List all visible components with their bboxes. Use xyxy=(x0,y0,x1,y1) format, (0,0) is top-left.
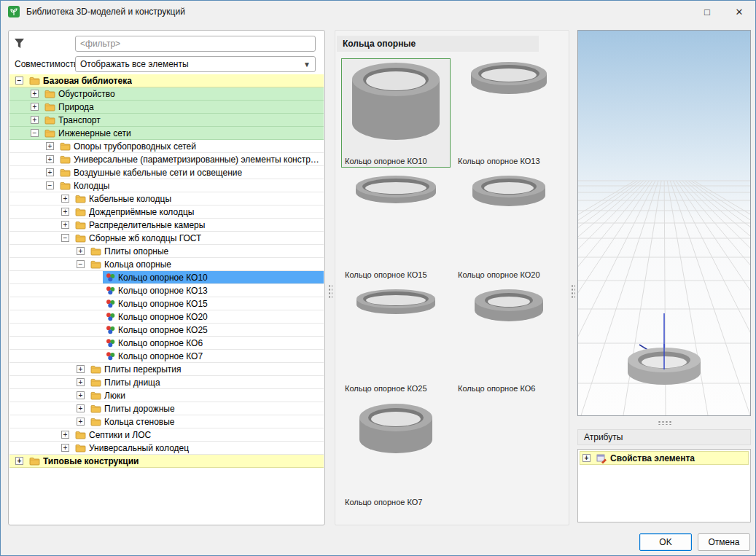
tree-item-label: Колодцы xyxy=(74,181,109,191)
tree-item[interactable]: +Универсальные (параметризированные) эле… xyxy=(9,153,324,166)
expand-icon[interactable]: + xyxy=(46,168,54,176)
collapse-icon[interactable]: − xyxy=(46,181,54,189)
collapse-icon[interactable]: − xyxy=(61,234,69,242)
expand-icon[interactable]: + xyxy=(31,103,39,111)
tree-item[interactable]: +Распределительные камеры xyxy=(9,219,324,232)
expand-icon[interactable]: + xyxy=(46,142,54,150)
expand-icon[interactable]: + xyxy=(61,221,69,229)
tree-item[interactable]: +Плиты дорожные xyxy=(9,402,324,415)
tree-item[interactable]: +Воздушные кабельные сети и освещение xyxy=(9,166,324,179)
attributes-root-row[interactable]: + Свойства элемента xyxy=(580,451,749,465)
maximize-button[interactable]: □ xyxy=(691,1,723,23)
right-splitter[interactable] xyxy=(571,284,575,299)
gallery-item-label: Кольцо опорное КО13 xyxy=(456,156,561,165)
gallery-item[interactable]: Кольцо опорное КО20 xyxy=(454,172,564,281)
tree-item-label: Природа xyxy=(58,102,94,112)
gallery-item-label: Кольцо опорное КО6 xyxy=(456,383,561,393)
tree-item[interactable]: +Кольца стеновые xyxy=(9,415,324,428)
gallery-item[interactable]: Кольцо опорное КО7 xyxy=(341,399,451,509)
tree-item[interactable]: +Кольцо опорное КО7 xyxy=(9,350,324,363)
tree-item[interactable]: +Кабельные колодцы xyxy=(9,192,324,205)
expand-icon[interactable]: + xyxy=(46,155,54,163)
expand-icon[interactable]: + xyxy=(77,418,85,426)
expand-icon[interactable]: + xyxy=(61,444,69,452)
expand-icon[interactable]: + xyxy=(61,208,69,216)
filter-input[interactable] xyxy=(75,36,316,52)
tree-item[interactable]: +Плиты опорные xyxy=(9,245,324,258)
expand-icon[interactable]: + xyxy=(77,365,85,373)
ring-thumbnail xyxy=(343,288,448,383)
tree-item[interactable]: +Кольцо опорное КО25 xyxy=(9,324,324,337)
tree-item[interactable]: +Плиты перекрытия xyxy=(9,363,324,376)
model-icon xyxy=(106,325,115,334)
gallery-item[interactable]: Кольцо опорное КО13 xyxy=(454,58,564,168)
compatibility-select[interactable]: Отображать все элементы ▼ xyxy=(75,56,316,72)
tree-item-label: Обустройство xyxy=(58,89,115,99)
expand-icon[interactable]: + xyxy=(77,391,85,399)
folder-icon xyxy=(90,404,101,413)
collapse-icon[interactable]: − xyxy=(31,129,39,137)
tree-item[interactable]: −Сборные жб колодцы ГОСТ xyxy=(9,232,324,245)
expand-icon[interactable]: + xyxy=(77,404,85,412)
ok-button[interactable]: OK xyxy=(639,533,692,551)
tree-item[interactable]: +Транспорт xyxy=(9,114,324,127)
collapse-icon[interactable]: − xyxy=(77,260,85,268)
expand-icon[interactable]: + xyxy=(61,195,69,203)
compatibility-value: Отображать все элементы xyxy=(80,59,189,69)
3d-viewport[interactable] xyxy=(578,31,750,415)
expand-icon[interactable]: + xyxy=(77,378,85,386)
expand-icon[interactable]: + xyxy=(31,116,39,124)
attributes-panel: Атрибуты + Свойства элемента xyxy=(577,429,751,524)
left-panel: Совместимость Отображать все элементы ▼ … xyxy=(8,30,325,525)
tree-item[interactable]: +Плиты днища xyxy=(9,376,324,389)
tree-item[interactable]: +Кольцо опорное КО6 xyxy=(9,337,324,350)
window-title: Библиотека 3D-моделей и конструкций xyxy=(26,7,185,17)
tree-item-label: Плиты опорные xyxy=(104,246,168,257)
folder-icon xyxy=(44,90,55,98)
title-bar: Библиотека 3D-моделей и конструкций □ ✕ xyxy=(1,1,755,23)
tree-item[interactable]: −Кольца опорные xyxy=(9,258,324,271)
tree-item[interactable]: −Базовая библиотека xyxy=(9,74,324,87)
tree-item[interactable]: +Универсальный колодец xyxy=(9,442,324,455)
collapse-icon[interactable]: − xyxy=(15,77,23,85)
preview-splitter[interactable] xyxy=(658,420,672,425)
attributes-title: Атрибуты xyxy=(577,429,751,445)
tree-item[interactable]: −Инженерные сети xyxy=(9,127,324,140)
ring-thumbnail xyxy=(456,60,561,156)
tree-item[interactable]: +Кольцо опорное КО20 xyxy=(9,310,324,324)
expand-icon[interactable]: + xyxy=(77,247,85,255)
gallery-item[interactable]: Кольцо опорное КО25 xyxy=(341,286,451,395)
tree-item[interactable]: +Кольцо опорное КО13 xyxy=(9,284,324,297)
tree-item[interactable]: −Колодцы xyxy=(9,179,324,192)
expand-icon[interactable]: + xyxy=(31,90,39,98)
cancel-button[interactable]: Отмена xyxy=(698,533,750,551)
gallery-item[interactable]: Кольцо опорное КО15 xyxy=(341,172,451,281)
tree-item[interactable]: +Обустройство xyxy=(9,87,324,101)
folder-icon xyxy=(29,77,40,85)
folder-icon xyxy=(75,221,86,230)
tree-item[interactable]: +Типовые конструкции xyxy=(9,455,324,468)
ring-thumbnail xyxy=(343,402,448,497)
folder-icon xyxy=(90,247,101,256)
tree-item[interactable]: +Природа xyxy=(9,101,324,114)
tree-item[interactable]: +Кольцо опорное КО10 xyxy=(9,271,324,284)
expand-icon[interactable]: + xyxy=(61,431,69,439)
gallery-panel: Кольца опорные Кольцо опорное КО10Кольцо… xyxy=(335,30,569,525)
gallery-item[interactable]: Кольцо опорное КО6 xyxy=(454,286,564,395)
expand-icon[interactable]: + xyxy=(582,454,591,462)
close-button[interactable]: ✕ xyxy=(723,1,755,23)
folder-icon xyxy=(90,378,101,387)
left-splitter[interactable] xyxy=(328,284,332,299)
tree-item[interactable]: +Опоры трубопроводных сетей xyxy=(9,140,324,153)
tree-item-label: Плиты перекрытия xyxy=(104,364,182,375)
expand-icon[interactable]: + xyxy=(15,457,23,465)
folder-icon xyxy=(75,234,86,243)
ring-thumbnail xyxy=(343,174,448,270)
tree-item[interactable]: +Септики и ЛОС xyxy=(9,428,324,442)
gallery-item[interactable]: Кольцо опорное КО10 xyxy=(341,58,451,168)
folder-icon xyxy=(75,208,86,216)
ring-thumbnail xyxy=(343,60,448,156)
tree-item[interactable]: +Люки xyxy=(9,389,324,402)
tree-item[interactable]: +Кольцо опорное КО15 xyxy=(9,297,324,310)
tree-item[interactable]: +Дождеприёмные колодцы xyxy=(9,205,324,219)
